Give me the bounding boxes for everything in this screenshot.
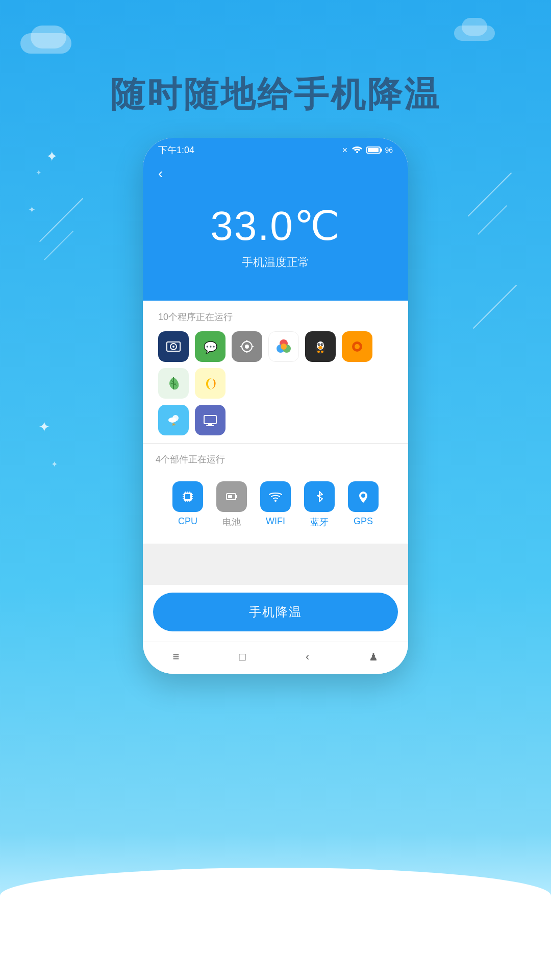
- sparkle-3: ✦: [36, 168, 42, 177]
- battery-icon: [366, 146, 381, 154]
- svg-rect-54: [228, 495, 232, 498]
- list-item: [342, 331, 372, 362]
- status-bar: 下午1:04 ✕ 9: [143, 138, 408, 160]
- phone-container: 下午1:04 ✕ 9: [143, 138, 408, 674]
- nav-bar: ≡ □ ‹ ♟: [143, 642, 408, 674]
- sparkle-1: ✦: [46, 148, 58, 165]
- component-cpu[interactable]: CPU: [172, 481, 203, 528]
- svg-rect-36: [208, 424, 212, 425]
- battery-comp-icon-box: [216, 481, 247, 512]
- app-header: ‹ 33.0℃ 手机温度正常: [143, 160, 408, 301]
- svg-point-4: [172, 346, 174, 348]
- nav-menu-icon[interactable]: ≡: [173, 650, 180, 664]
- svg-text:💬: 💬: [204, 340, 218, 354]
- deco-line-5: [473, 285, 517, 329]
- component-battery[interactable]: 电池: [216, 481, 247, 528]
- wifi-icon-box: [260, 481, 291, 512]
- list-item: [195, 368, 226, 399]
- main-title: 随时随地给手机降温: [0, 71, 551, 118]
- phone-frame: 下午1:04 ✕ 9: [143, 138, 408, 674]
- svg-point-24: [318, 346, 322, 349]
- svg-rect-26: [321, 351, 323, 353]
- running-components-title: 4个部件正在运行: [156, 453, 395, 465]
- wifi-label: WIFI: [266, 516, 285, 527]
- list-item: [158, 368, 189, 399]
- svg-point-23: [322, 344, 323, 345]
- cool-phone-button[interactable]: 手机降温: [153, 593, 398, 631]
- deco-line-1: [39, 198, 83, 242]
- deco-line-4: [478, 205, 507, 235]
- status-icons: ✕ 96: [342, 145, 393, 155]
- svg-text:☀: ☀: [171, 422, 176, 427]
- back-button[interactable]: ‹: [158, 165, 163, 182]
- empty-gray-area: [143, 544, 408, 585]
- list-item: [305, 331, 336, 362]
- temperature-status: 手机温度正常: [158, 255, 393, 270]
- component-gps[interactable]: GPS: [348, 481, 379, 528]
- alarm-icon: ✕: [342, 146, 348, 154]
- svg-rect-25: [317, 351, 320, 353]
- component-bluetooth[interactable]: 蓝牙: [304, 481, 335, 528]
- components-grid: CPU 电池: [156, 474, 395, 536]
- temperature-display: 33.0℃ 手机温度正常: [158, 192, 393, 285]
- component-wifi[interactable]: WIFI: [260, 481, 291, 528]
- svg-rect-39: [185, 494, 190, 499]
- cpu-icon-box: [172, 481, 203, 512]
- bluetooth-icon-box: [304, 481, 335, 512]
- running-components-section: 4个部件正在运行: [143, 444, 408, 544]
- list-item: [158, 331, 189, 362]
- battery-percentage: 96: [385, 146, 393, 154]
- temperature-value: 33.0℃: [158, 202, 393, 250]
- svg-point-56: [361, 494, 365, 498]
- ground-decoration: [0, 868, 551, 980]
- wifi-status-icon: [352, 145, 362, 155]
- gps-label: GPS: [354, 516, 373, 527]
- list-item: ☀: [158, 405, 189, 435]
- content-area: 10个程序正在运行: [143, 301, 408, 674]
- svg-point-22: [319, 344, 320, 345]
- svg-rect-53: [236, 495, 237, 498]
- sparkle-5: ✦: [51, 459, 58, 469]
- cool-btn-container: 手机降温: [143, 585, 408, 642]
- nav-back-icon[interactable]: ‹: [306, 650, 309, 664]
- bluetooth-label: 蓝牙: [310, 516, 329, 528]
- list-item: 💬: [195, 331, 226, 362]
- list-item: [232, 331, 262, 362]
- list-item: [195, 405, 226, 435]
- app-icons-row2: ☀: [158, 405, 393, 435]
- phone-screen: 下午1:04 ✕ 9: [143, 138, 408, 674]
- running-programs-section: 10个程序正在运行: [143, 301, 408, 444]
- svg-point-9: [245, 345, 249, 349]
- running-programs-title: 10个程序正在运行: [158, 311, 393, 323]
- app-icons-grid: 💬: [158, 331, 393, 399]
- svg-point-17: [281, 344, 287, 350]
- status-time: 下午1:04: [158, 144, 194, 156]
- sparkle-4: ✦: [38, 419, 50, 435]
- list-item: [268, 331, 299, 362]
- nav-home-icon[interactable]: □: [239, 650, 246, 664]
- sparkle-2: ✦: [28, 204, 36, 215]
- deco-line-2: [44, 231, 73, 260]
- svg-point-55: [274, 500, 277, 502]
- svg-rect-37: [206, 425, 214, 426]
- deco-line-3: [468, 173, 512, 216]
- cpu-label: CPU: [178, 516, 197, 527]
- svg-point-29: [355, 344, 360, 349]
- gps-icon-box: [348, 481, 379, 512]
- svg-point-0: [356, 151, 358, 153]
- nav-recent-icon[interactable]: ♟: [369, 651, 378, 663]
- battery-label: 电池: [222, 516, 241, 528]
